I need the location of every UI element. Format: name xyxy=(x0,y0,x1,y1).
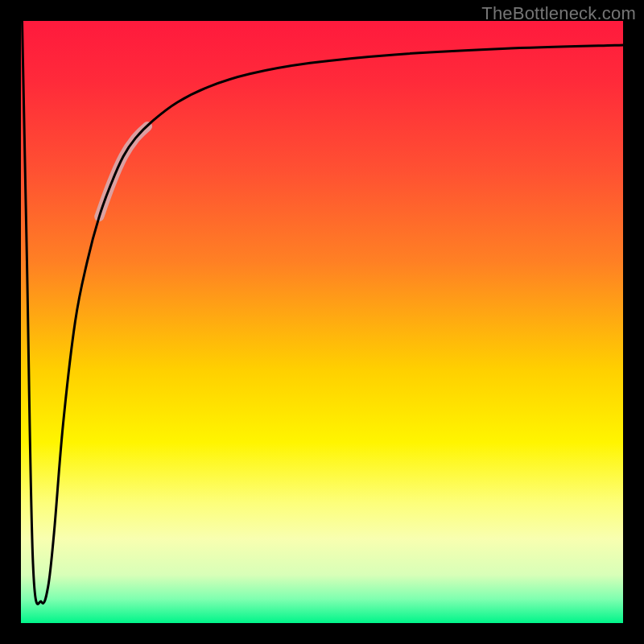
chart-frame: TheBottleneck.com xyxy=(0,0,644,644)
main-curve xyxy=(22,21,623,604)
curve-layer xyxy=(21,21,623,623)
highlight-segment xyxy=(99,126,147,217)
